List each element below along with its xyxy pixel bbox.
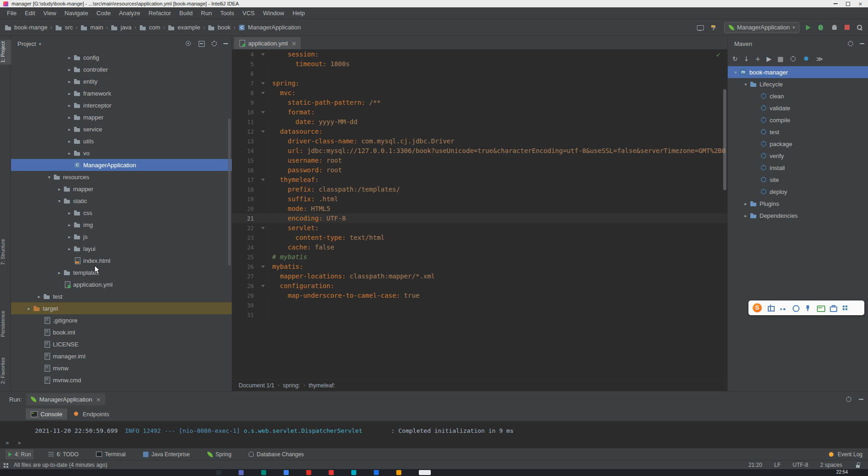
maven-tree-item-book-manager[interactable]: ▾book-manager [728,66,868,78]
chevron-collapsed-icon[interactable]: ▸ [65,234,74,239]
menu-refactor[interactable]: Refactor [144,7,175,19]
code-line-12[interactable]: 12 datasource: [232,127,727,136]
stripe-item-persistence[interactable]: Persistence [0,309,11,339]
build-hammer-icon[interactable] [710,24,718,31]
hide-panel-icon[interactable] [223,43,228,44]
taskbar-app-icon[interactable] [306,470,311,475]
maven-tree-item-validate[interactable]: validate [728,102,868,114]
status-icon[interactable] [803,55,810,62]
code-line-27[interactable]: 27 mapper-locations: classpath:mapper/*.… [232,272,727,281]
chevron-collapsed-icon[interactable]: ▸ [65,79,74,84]
project-tree-item-mvnw-cmd[interactable]: mvnw.cmd [11,374,232,386]
reimport-icon[interactable]: ↻ [732,55,738,62]
code-line-26[interactable]: 26mybatis: [232,262,727,272]
hide-panel-icon[interactable] [860,43,864,44]
more-icon[interactable]: ≫ [816,55,823,62]
code-line-15[interactable]: 15 username: root [232,156,727,165]
maximize-button[interactable] [846,2,850,6]
project-tree-item-license[interactable]: LICENSE [11,338,232,350]
code-line-19[interactable]: 19 suffix: .html [232,194,727,204]
chevron-down-icon[interactable]: ▾ [39,41,41,46]
stripe-item-2-favorites[interactable]: 2: Favorites [0,356,11,385]
project-tree-item-layui[interactable]: ▸layui [11,243,232,255]
code-line-13[interactable]: 13 driver-class-name: com.mysql.cj.jdbc.… [232,136,727,146]
sogou-logo-icon[interactable]: S [753,303,762,312]
chinese-mode-icon[interactable] [767,304,774,312]
maven-tree-item-plugins[interactable]: ▸Plugins [728,198,868,210]
chevron-collapsed-icon[interactable]: ▸ [65,127,74,132]
emoji-icon[interactable] [792,304,799,312]
project-tree-item-static[interactable]: ▾static [11,195,232,207]
log-logger-link[interactable]: o.s.web.servlet.DispatcherServlet [244,427,362,434]
breadcrumb-item-example[interactable]: example [168,24,200,31]
code-line-25[interactable]: 25# mybatis [232,252,727,262]
toolwindow-button-database-changes[interactable]: Database Changes [246,449,307,459]
code-line-10[interactable]: 10 format: [232,108,727,117]
chevron-collapsed-icon[interactable]: ▸ [35,294,43,299]
menu-code[interactable]: Code [92,7,115,19]
toolwindow-button-terminal[interactable]: Terminal [93,449,128,459]
code-line-22[interactable]: 22 servlet: [232,223,727,233]
punctuation-mode-icon[interactable] [779,304,787,312]
maven-tree-item-deploy[interactable]: deploy [728,186,868,198]
chevron-collapsed-icon[interactable]: ▸ [65,103,74,108]
code-line-24[interactable]: 24 cache: false [232,243,727,252]
project-tree-item-entity[interactable]: ▸entity [11,75,232,87]
maven-tree-item-site[interactable]: site [728,174,868,186]
code-line-6[interactable]: 6 [232,69,727,79]
locate-file-icon[interactable] [185,40,192,47]
gear-icon[interactable] [789,55,797,62]
menu-navigate[interactable]: Navigate [60,7,92,19]
project-tree-item-templates[interactable]: ▸templates [11,266,232,278]
taskbar-app-icon[interactable] [396,470,401,475]
voice-input-icon[interactable] [804,304,811,312]
tab-endpoints[interactable]: Endpoints [68,408,114,419]
maven-tree-item-compile[interactable]: compile [728,114,868,126]
menu-help[interactable]: Help [288,7,309,19]
breadcrumb-item-com[interactable]: com [139,24,160,31]
project-tree-item-mapper[interactable]: ▸mapper [11,111,232,123]
coverage-button[interactable] [831,24,838,31]
toolwindow-button-spring[interactable]: Spring [205,449,234,459]
add-icon[interactable]: + [755,55,760,62]
project-tree-item-index-html[interactable]: index.html [11,255,232,266]
fold-marker[interactable] [258,108,268,117]
debug-button[interactable] [817,24,824,31]
run-button[interactable] [806,25,811,30]
taskbar-app-icon[interactable] [374,470,379,475]
menu-window[interactable]: Window [259,7,288,19]
gear-icon[interactable] [211,40,218,47]
code-line-7[interactable]: 7spring: [232,79,727,88]
code-line-11[interactable]: 11 date: yyyy-MM-dd [232,117,727,127]
editor-tab[interactable]: application.yml × [234,37,301,49]
chevron-collapsed-icon[interactable]: ▸ [65,55,74,60]
project-tree-item-book-iml[interactable]: book.iml [11,326,232,338]
code-line-20[interactable]: 20 mode: HTML5 [232,204,727,214]
code-line-28[interactable]: 28 configuration: [232,281,727,291]
chevron-collapsed-icon[interactable]: ▸ [65,246,74,251]
chevron-collapsed-icon[interactable]: ▸ [65,91,74,96]
search-everywhere-icon[interactable] [856,24,863,31]
stripe-item-1-project[interactable]: 1: Project [0,40,11,64]
chevron-collapsed-icon[interactable]: ▸ [65,222,74,227]
project-tree-item-img[interactable]: ▸img [11,219,232,231]
breadcrumb-item-book-mange[interactable]: book-mange [5,24,47,31]
indent-widget[interactable]: 2 spaces [820,462,842,468]
editor-breadcrumb-document-1-1[interactable]: Document 1/1 [239,382,274,389]
project-tree-item-js[interactable]: ▸js [11,231,232,243]
project-tree-item-service[interactable]: ▸service [11,123,232,135]
chevron-collapsed-icon[interactable]: ▸ [65,115,74,120]
chevron-collapsed-icon[interactable]: ▸ [65,67,74,72]
fold-marker[interactable] [258,175,268,185]
toolbox-icon[interactable] [829,304,836,312]
project-tree-item-mvnw[interactable]: mvnw [11,362,232,374]
project-tree-item-mapper[interactable]: ▸mapper [11,183,232,195]
chevron-expanded-icon[interactable]: ▾ [55,198,63,204]
project-tree-item-managerapplication[interactable]: ManagerApplication [11,159,232,171]
chevron-collapsed-icon[interactable]: ▸ [65,151,74,156]
chevron-collapsed-icon[interactable]: ▸ [25,306,33,311]
code-line-21[interactable]: 21 encoding: UTF-8 [232,214,727,223]
menu-run[interactable]: Run [197,7,216,19]
code-line-30[interactable]: 30 [232,300,727,310]
collapse-all-icon[interactable] [198,40,205,47]
